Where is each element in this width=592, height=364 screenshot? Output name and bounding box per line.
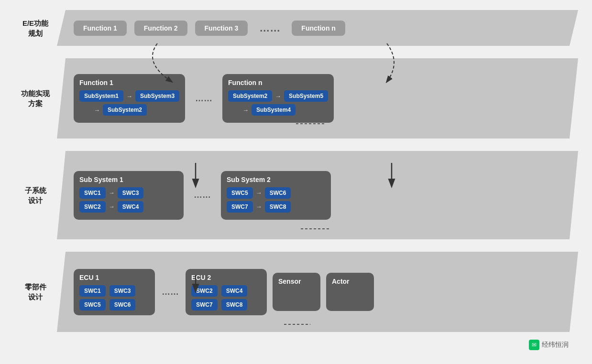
row1-parallelogram: Function 1 Function 2 Function 3 …… Func… (57, 10, 578, 46)
ecu1-swc5: SWC5 (79, 299, 106, 310)
swc-row4: SWC7 → SWC8 (227, 201, 325, 213)
swc-arr2: → (109, 203, 115, 210)
subsystem2-box: Sub System 2 SWC5 → SWC6 SWC7 → SWC8 (221, 171, 331, 220)
sensor-title: Sensor (278, 278, 301, 285)
ecu1-swc1: SWC1 (79, 285, 106, 297)
swc1: SWC1 (79, 187, 106, 199)
diagram-container: E/E功能 规划 Function 1 Function 2 Function … (9, 5, 583, 359)
label-subsystem: 子系统 设计 (14, 185, 57, 205)
main-layout: E/E功能 规划 Function 1 Function 2 Function … (14, 10, 578, 354)
row-subsystem: 子系统 设计 Sub System 1 SWC1 → SWC3 SWC2 (14, 151, 578, 239)
row4-shape: ECU 1 SWC1 SWC5 SWC3 SWC6 …… (57, 252, 578, 332)
parts-label: 零部件 设计 (25, 283, 46, 301)
ecu1-swc6: SWC6 (110, 299, 136, 310)
ecu2-swc2: SWC2 (191, 285, 218, 297)
swc-arr4: → (256, 203, 262, 210)
swc-arr3: → (256, 189, 262, 196)
subsystem-rown2: → SubSystem4 (228, 104, 328, 116)
swc2: SWC2 (79, 201, 106, 213)
subsystem2b: SubSystem2 (228, 90, 272, 102)
gap1 (14, 48, 578, 56)
arr3: → (275, 93, 281, 100)
row3-parallelogram: Sub System 1 SWC1 → SWC3 SWC2 → SWC4 …… (57, 151, 578, 239)
ecu1-col1: SWC1 SWC5 (79, 285, 106, 310)
gap3 (14, 241, 578, 250)
subsystem2-title: Sub System 2 (227, 176, 325, 183)
row3-shape: Sub System 1 SWC1 → SWC3 SWC2 → SWC4 …… (57, 151, 578, 239)
subsystem-label: 子系统 设计 (25, 186, 46, 204)
ecu2-title: ECU 2 (191, 274, 261, 281)
subsystem-row1: SubSystem1 → SubSystem3 (79, 90, 179, 102)
row-parts: 零部件 设计 ECU 1 SWC1 SWC5 SWC3 (14, 252, 578, 332)
swc-row2: SWC2 → SWC4 (79, 201, 178, 213)
actor-title: Actor (332, 278, 350, 285)
swc-row3: SWC5 → SWC6 (227, 187, 325, 199)
subsystem3: SubSystem3 (135, 90, 179, 102)
row-func-impl: 功能实现 方案 Function 1 SubSystem1 → SubSyste… (14, 58, 578, 139)
swc-arr1: → (109, 189, 115, 196)
ecu1-grid: SWC1 SWC5 SWC3 SWC6 (79, 285, 149, 310)
label-ee-planning: E/E功能 规划 (14, 18, 57, 38)
label-parts: 零部件 设计 (14, 282, 57, 302)
label-func-impl: 功能实现 方案 (14, 88, 57, 108)
swc5: SWC5 (227, 187, 253, 199)
swc3: SWC3 (118, 187, 144, 199)
sensor-box: Sensor (273, 273, 320, 311)
func-impl-label: 功能实现 方案 (21, 89, 50, 107)
dots: …… (259, 22, 280, 34)
swc6: SWC6 (265, 187, 291, 199)
subsystem5: SubSystem5 (284, 90, 328, 102)
function2-top: Function 2 (134, 21, 187, 36)
dots3: …… (194, 190, 211, 200)
ecu2-swc4: SWC4 (221, 285, 248, 297)
ecu2-col2: SWC4 SWC8 (221, 285, 248, 310)
dots4: …… (162, 287, 179, 297)
watermark: ✉ 经纬恒润 (529, 340, 569, 350)
row1-shape: Function 1 Function 2 Function 3 …… Func… (57, 10, 578, 46)
actor-box: Actor (326, 273, 374, 311)
watermark-text: 经纬恒润 (542, 341, 569, 349)
ecu2-grid: SWC2 SWC7 SWC4 SWC8 (191, 285, 261, 310)
arr4: → (242, 107, 249, 114)
subsystem1: SubSystem1 (79, 90, 123, 102)
subsystem-rown1: SubSystem2 → SubSystem5 (228, 90, 328, 102)
swc7: SWC7 (227, 201, 253, 213)
subsystem1-box: Sub System 1 SWC1 → SWC3 SWC2 → SWC4 (74, 171, 184, 220)
function3-top: Function 3 (195, 21, 248, 36)
ee-label: E/E功能 规划 (22, 19, 48, 37)
ecu1-title: ECU 1 (79, 274, 149, 281)
ecu2-swc7: SWC7 (191, 299, 218, 310)
functionn-top: Function n (292, 21, 345, 36)
arr1: → (126, 93, 132, 100)
row4-parallelogram: ECU 1 SWC1 SWC5 SWC3 SWC6 …… (57, 252, 578, 332)
swc4: SWC4 (118, 201, 144, 213)
subsystem1-title: Sub System 1 (79, 176, 178, 183)
ecu1-box: ECU 1 SWC1 SWC5 SWC3 SWC6 (74, 269, 155, 315)
wechat-icon: ✉ (529, 340, 539, 350)
ecu2-col1: SWC2 SWC7 (191, 285, 218, 310)
subsystem4: SubSystem4 (252, 104, 296, 116)
row-ee-planning: E/E功能 规划 Function 1 Function 2 Function … (14, 10, 578, 46)
ecu2-swc8: SWC8 (221, 299, 248, 310)
ecu1-col2: SWC3 SWC6 (110, 285, 136, 310)
function1-box: Function 1 SubSystem1 → SubSystem3 → Sub… (74, 74, 185, 123)
gap2 (14, 140, 578, 149)
functionn-box: Function n SubSystem2 → SubSystem5 → Sub… (222, 74, 334, 123)
arr2a: → (94, 107, 100, 114)
functionn-title: Function n (228, 79, 328, 86)
subsystem-row2: → SubSystem2 (79, 104, 179, 116)
subsystem2a: SubSystem2 (103, 104, 147, 116)
swc-row1: SWC1 → SWC3 (79, 187, 178, 199)
function1-top: Function 1 (74, 21, 127, 36)
row2-shape: Function 1 SubSystem1 → SubSystem3 → Sub… (57, 58, 578, 139)
ecu1-swc3: SWC3 (110, 285, 136, 297)
row2-parallelogram: Function 1 SubSystem1 → SubSystem3 → Sub… (57, 58, 578, 139)
ecu2-box: ECU 2 SWC2 SWC7 SWC4 SWC8 (186, 269, 267, 315)
dots2: …… (195, 94, 212, 104)
swc8: SWC8 (265, 201, 291, 213)
function1-title: Function 1 (79, 79, 179, 86)
